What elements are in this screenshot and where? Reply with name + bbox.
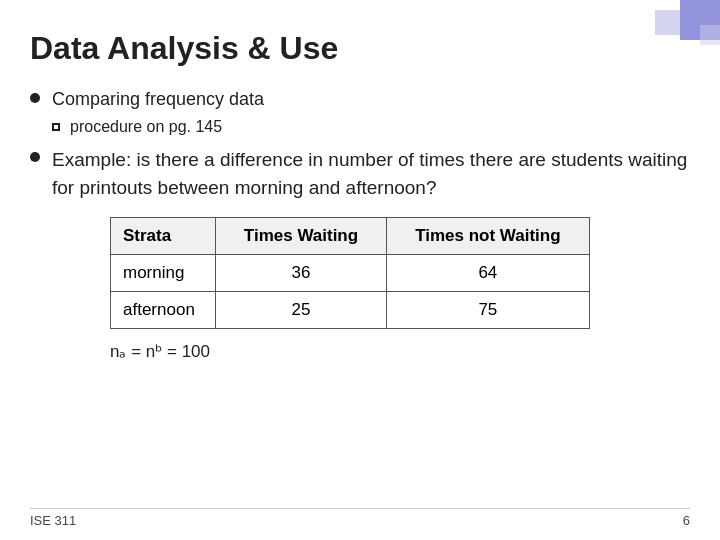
cell-morning-waiting: 36 xyxy=(215,255,386,292)
data-table: Strata Times Waiting Times not Waiting m… xyxy=(110,217,590,329)
col-header-waiting: Times Waiting xyxy=(215,218,386,255)
cell-afternoon-not-waiting: 75 xyxy=(387,292,589,329)
col-header-not-waiting: Times not Waiting xyxy=(387,218,589,255)
bullet-text-1: Comparing frequency data xyxy=(52,87,264,112)
bullet-item-2: Example: is there a difference in number… xyxy=(30,146,690,201)
sub-bullet-square-1 xyxy=(52,123,60,131)
cell-morning-not-waiting: 64 xyxy=(387,255,589,292)
footer-right: 6 xyxy=(683,513,690,528)
table-container: Strata Times Waiting Times not Waiting m… xyxy=(110,217,690,329)
sub-bullet-text-1: procedure on pg. 145 xyxy=(70,118,222,136)
bullet-item-1: Comparing frequency data xyxy=(30,87,690,112)
cell-afternoon-label: afternoon xyxy=(111,292,216,329)
cell-afternoon-waiting: 25 xyxy=(215,292,386,329)
slide-title: Data Analysis & Use xyxy=(30,30,690,67)
formula-text: nₐ = nᵇ = 100 xyxy=(110,341,690,362)
footer-left: ISE 311 xyxy=(30,513,76,528)
table-row: afternoon 25 75 xyxy=(111,292,590,329)
sub-bullet-1: procedure on pg. 145 xyxy=(52,118,690,136)
bullet-text-2: Example: is there a difference in number… xyxy=(52,146,690,201)
bullet-dot-1 xyxy=(30,93,40,103)
bullet-dot-2 xyxy=(30,152,40,162)
col-header-strata: Strata xyxy=(111,218,216,255)
bullet-section-1: Comparing frequency data procedure on pg… xyxy=(30,87,690,136)
footer: ISE 311 6 xyxy=(30,508,690,528)
slide-content: Data Analysis & Use Comparing frequency … xyxy=(30,20,690,500)
table-header-row: Strata Times Waiting Times not Waiting xyxy=(111,218,590,255)
cell-morning-label: morning xyxy=(111,255,216,292)
bullet-section-2: Example: is there a difference in number… xyxy=(30,146,690,201)
table-row: morning 36 64 xyxy=(111,255,590,292)
